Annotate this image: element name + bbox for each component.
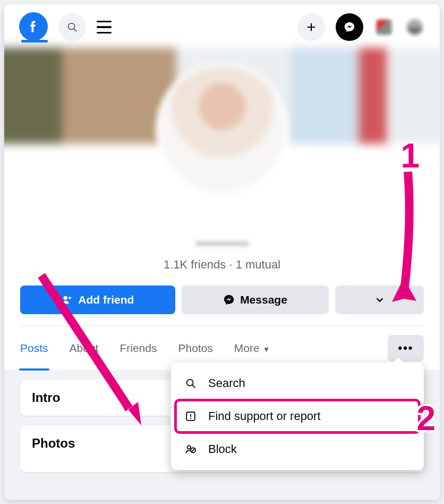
svg-line-14 [191,449,194,452]
add-friend-icon [61,294,73,306]
menu-search-label: Search [208,376,245,390]
app-frame: ——— 1.1K friends · 1 mutual Add friend M… [4,4,440,500]
menu-search[interactable]: Search [175,367,420,400]
svg-line-8 [192,385,195,388]
add-friend-label: Add friend [78,293,134,306]
block-icon [183,443,199,455]
tab-about[interactable]: About [70,342,99,355]
svg-point-4 [64,296,67,300]
profile-name: ——— [4,232,440,253]
facebook-logo[interactable] [19,12,48,43]
search-button[interactable] [58,13,86,41]
messenger-button[interactable] [336,13,363,41]
tab-friends[interactable]: Friends [119,342,157,355]
top-bar [4,4,440,50]
tab-posts[interactable]: Posts [20,342,48,355]
menu-button[interactable] [97,21,112,34]
menu-report-label: Find support or report [208,409,321,423]
annotation-step-1: 1 [400,136,420,175]
tab-more-label: More [234,342,260,354]
menu-find-support-or-report[interactable]: Find support or report [175,400,420,433]
svg-line-1 [74,29,76,31]
chevron-down-icon [374,294,386,306]
tab-more[interactable]: More▼ [234,342,270,355]
menu-block[interactable]: Block [175,433,420,466]
annotation-step-2: 2 [416,399,436,438]
profile-avatar[interactable] [156,63,288,196]
svg-point-7 [187,380,193,386]
message-label: Message [240,293,287,306]
report-icon [183,410,199,422]
messenger-icon [223,294,235,306]
more-actions-button[interactable] [335,285,424,314]
svg-point-11 [190,418,191,419]
account-avatar[interactable] [405,17,425,37]
profile-actions: Add friend Message [4,272,440,326]
friends-count: 1.1K friends · 1 mutual [4,258,440,272]
create-button[interactable] [297,13,325,41]
search-icon [183,377,199,389]
svg-point-0 [69,23,75,30]
menu-block-label: Block [208,442,237,456]
tab-photos[interactable]: Photos [178,342,212,355]
add-friend-button[interactable]: Add friend [20,285,175,314]
message-button[interactable]: Message [182,285,329,314]
notifications-button[interactable] [374,17,394,37]
ellipsis-dropdown: Search Find support or report Block [171,363,424,470]
svg-point-12 [187,446,191,449]
